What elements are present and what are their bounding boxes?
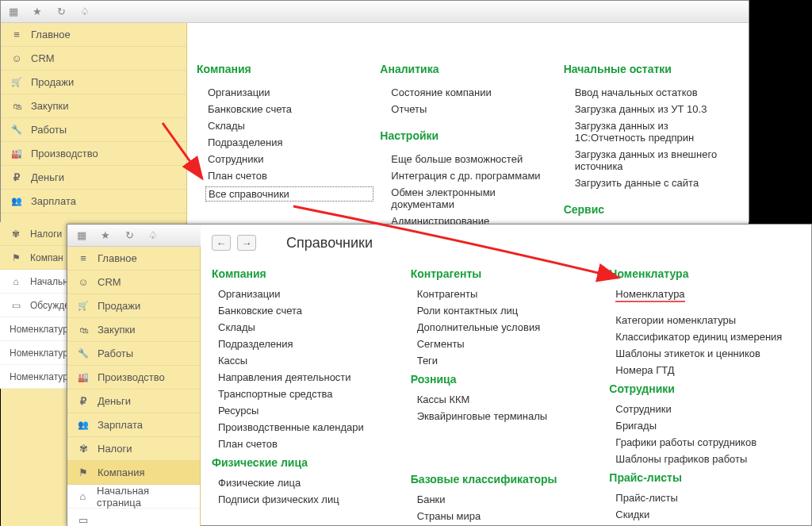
- titlebar: [1, 1, 749, 23]
- link-all-catalogs[interactable]: Все справочники: [205, 186, 373, 202]
- sidebar-item-home[interactable]: Начальная страница: [67, 485, 200, 509]
- sidebar-item-label: Деньги: [98, 395, 131, 407]
- apps-icon[interactable]: [7, 6, 20, 18]
- sidebar-item[interactable]: CRM: [1, 47, 186, 71]
- link-cash-registers[interactable]: Кассы: [218, 355, 403, 367]
- sidebar-item-label: CRM: [31, 52, 55, 64]
- link-schedule-templates[interactable]: Шаблоны графиков работы: [615, 453, 800, 465]
- link-segments[interactable]: Сегменты: [417, 338, 602, 350]
- sidebar-item[interactable]: Продажи: [67, 294, 200, 318]
- sidebar-item[interactable]: Главное: [1, 23, 186, 47]
- forward-button[interactable]: →: [237, 235, 256, 251]
- menu-icon: [77, 252, 90, 265]
- link-account-plan[interactable]: План счетов: [218, 438, 403, 450]
- link-banks[interactable]: Банки: [417, 493, 602, 505]
- link-individuals[interactable]: Физические лица: [218, 477, 403, 489]
- sidebar-item[interactable]: Работы: [67, 342, 200, 366]
- link-counterparties[interactable]: Контрагенты: [417, 288, 602, 300]
- group-heading-individuals: Физические лица: [212, 456, 403, 469]
- sidebar-item-label: Начальная страница: [97, 485, 190, 509]
- company-icon: [77, 466, 90, 479]
- group-heading-employees: Сотрудники: [609, 382, 800, 395]
- sidebar-item-company[interactable]: Компания: [67, 461, 200, 485]
- sidebar-item-discussion[interactable]: [67, 509, 200, 526]
- link-employees[interactable]: Сотрудники: [208, 153, 373, 165]
- link-initial-entry[interactable]: Ввод начальных остатков: [575, 86, 741, 98]
- notifications-icon[interactable]: [79, 6, 91, 18]
- sidebar-item-label: Производство: [31, 148, 98, 159]
- menu-icon: [10, 29, 23, 41]
- link-bank-accounts[interactable]: Банковские счета: [208, 103, 373, 115]
- sales-icon: [10, 76, 23, 89]
- link-load-from-site[interactable]: Загрузить данные с сайта: [575, 177, 741, 189]
- link-load-external[interactable]: Загрузка данных из внешнего источника: [575, 148, 741, 172]
- link-integration[interactable]: Интеграция с др. программами: [391, 170, 557, 182]
- link-load-1c-report[interactable]: Загрузка данных из 1С:Отчетность предпри…: [575, 120, 741, 144]
- sidebar-item[interactable]: Работы: [1, 118, 186, 142]
- sidebar-item[interactable]: Зарплата: [1, 190, 186, 213]
- link-nomenclature-categories[interactable]: Категории номенклатуры: [615, 314, 800, 326]
- sidebar-item[interactable]: Производство: [1, 142, 186, 166]
- group-heading-counterparties: Контрагенты: [411, 267, 602, 280]
- link-company-state[interactable]: Состояние компании: [391, 86, 557, 98]
- money-icon: [77, 395, 90, 408]
- link-departments[interactable]: Подразделения: [218, 338, 403, 350]
- favorites-icon[interactable]: [31, 6, 44, 18]
- history-icon[interactable]: [123, 229, 136, 242]
- link-unit-classifier[interactable]: Классификатор единиц измерения: [615, 331, 800, 343]
- group-heading-price-lists: Прайс-листы: [609, 471, 800, 484]
- works-icon: [77, 347, 90, 360]
- sidebar-item[interactable]: Деньги: [67, 390, 200, 413]
- page-title: Справочники: [286, 235, 373, 251]
- link-reports[interactable]: Отчеты: [391, 103, 557, 115]
- link-warehouses[interactable]: Склады: [208, 120, 373, 132]
- link-tags[interactable]: Теги: [417, 355, 602, 367]
- link-teams[interactable]: Бригады: [615, 420, 800, 432]
- sidebar-item[interactable]: Деньги: [1, 166, 186, 190]
- link-resources[interactable]: Ресурсы: [218, 405, 403, 417]
- link-price-lists[interactable]: Прайс-листы: [615, 492, 800, 504]
- sidebar-item[interactable]: Закупки: [67, 318, 200, 342]
- link-discounts[interactable]: Скидки: [615, 509, 800, 520]
- sidebar-item-label: Компан: [30, 252, 63, 263]
- notifications-icon[interactable]: [147, 229, 159, 242]
- link-departments[interactable]: Подразделения: [208, 136, 373, 148]
- link-work-schedules[interactable]: Графики работы сотрудников: [615, 436, 800, 448]
- apps-icon[interactable]: [75, 229, 88, 242]
- sidebar-item[interactable]: Главное: [67, 247, 200, 271]
- link-warehouses[interactable]: Склады: [218, 321, 403, 333]
- link-kkm[interactable]: Кассы ККМ: [417, 394, 602, 405]
- favorites-icon[interactable]: [99, 229, 112, 242]
- link-organizations[interactable]: Организации: [208, 86, 373, 98]
- link-individual-signatures[interactable]: Подписи физических лиц: [218, 493, 403, 505]
- link-bank-accounts[interactable]: Банковские счета: [218, 305, 403, 317]
- link-edoc-exchange[interactable]: Обмен электронными документами: [391, 186, 557, 210]
- link-contact-roles[interactable]: Роли контактных лиц: [417, 305, 602, 317]
- link-acquiring-terminals[interactable]: Эквайринговые терминалы: [417, 410, 602, 422]
- sidebar-item[interactable]: CRM: [67, 271, 200, 294]
- sidebar-item[interactable]: Производство: [67, 366, 200, 390]
- history-icon[interactable]: [55, 6, 67, 18]
- back-button[interactable]: ←: [212, 235, 231, 251]
- sidebar-item[interactable]: Закупки: [1, 94, 186, 118]
- sidebar-item[interactable]: Налоги: [67, 437, 200, 461]
- link-gtd-numbers[interactable]: Номера ГТД: [615, 364, 800, 376]
- home-icon: [10, 275, 22, 288]
- link-load-ut-103[interactable]: Загрузка данных из УТ 10.3: [575, 103, 741, 115]
- sidebar-item-label: Зарплата: [98, 419, 143, 431]
- link-additional-conditions[interactable]: Дополнительные условия: [417, 321, 602, 333]
- sidebar-item-label: Деньги: [31, 171, 64, 183]
- link-production-calendars[interactable]: Производственные календари: [218, 421, 403, 433]
- link-nomenclature[interactable]: Номенклатура: [615, 288, 684, 302]
- group-heading-analytics: Аналитика: [380, 63, 557, 75]
- link-account-plan[interactable]: План счетов: [208, 170, 373, 182]
- link-activity-directions[interactable]: Направления деятельности: [218, 371, 403, 383]
- sidebar-item[interactable]: Зарплата: [67, 413, 200, 437]
- link-countries[interactable]: Страны мира: [417, 510, 602, 522]
- link-label-templates[interactable]: Шаблоны этикеток и ценников: [615, 347, 800, 359]
- link-more-possibilities[interactable]: Еще больше возможностей: [391, 153, 557, 165]
- link-vehicles[interactable]: Транспортные средства: [218, 388, 403, 400]
- sidebar-item[interactable]: Продажи: [1, 71, 186, 94]
- link-employees[interactable]: Сотрудники: [615, 403, 800, 415]
- link-organizations[interactable]: Организации: [218, 288, 403, 300]
